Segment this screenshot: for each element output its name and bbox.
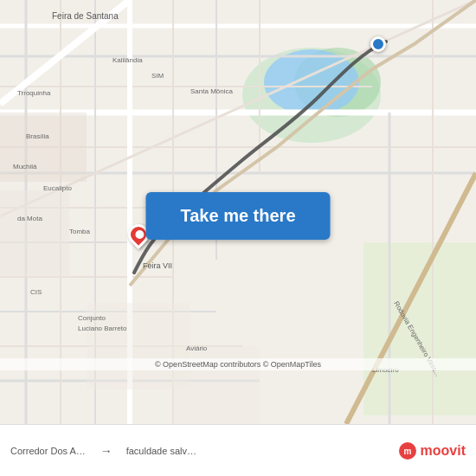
route-info: Corredor Dos Araçás, 1... → faculdade sa… [10,444,201,458]
svg-text:Santa Mônica: Santa Mônica [190,87,233,95]
svg-text:da Mota: da Mota [17,215,42,222]
svg-text:Kalilândia: Kalilândia [113,56,143,64]
svg-text:CIS: CIS [30,288,42,296]
svg-rect-30 [0,190,69,277]
moovit-logo-icon: m [398,441,417,460]
arrow-icon: → [100,444,113,458]
svg-text:Conjunto: Conjunto [78,314,106,322]
svg-text:Brasília: Brasília [26,132,49,140]
svg-text:Luciano Barreto: Luciano Barreto [78,325,127,332]
svg-text:SIM: SIM [151,72,164,80]
map-attribution: © OpenStreetMap contributors © OpenMapTi… [0,358,476,370]
svg-text:m: m [403,447,411,456]
svg-text:Muchilá: Muchilá [13,163,37,170]
map-container: Feira de Santana Kalilândia SIM Santa Mô… [0,0,476,424]
svg-text:Feira de Santana: Feira de Santana [52,11,119,21]
moovit-logo-text: moovit [421,443,466,459]
svg-text:Feira VII: Feira VII [143,261,172,270]
svg-text:Tomba: Tomba [69,228,91,235]
take-me-there-button[interactable]: Take me there [145,192,330,240]
svg-rect-29 [0,113,87,182]
route-to: faculdade salvador unif... [126,446,201,456]
svg-text:Eucalipto: Eucalipto [43,184,72,192]
destination-marker [370,36,386,52]
moovit-logo: m moovit [398,441,466,460]
route-from: Corredor Dos Araçás, 1... [10,446,87,456]
bottom-bar: Corredor Dos Araçás, 1... → faculdade sa… [0,424,476,476]
svg-rect-3 [363,242,476,415]
svg-text:Aviário: Aviário [186,344,208,352]
svg-text:Trroquinha: Trroquinha [17,89,51,97]
